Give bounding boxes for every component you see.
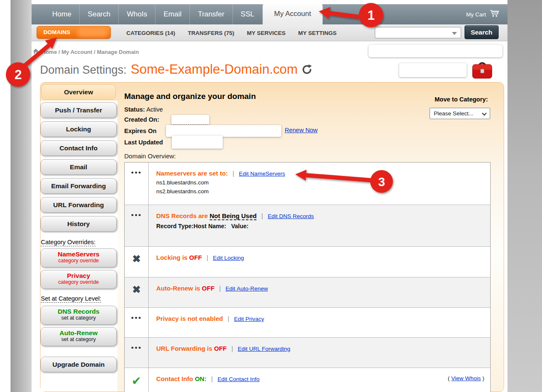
combo-dropdown-arrow-icon[interactable]	[452, 32, 457, 35]
nameservers-override-subtitle: category override	[41, 258, 116, 264]
domain-name: Some-Example-Domain.com	[131, 62, 298, 77]
dots-icon: ●●●	[125, 338, 149, 368]
search-button[interactable]: Search	[465, 25, 499, 39]
edit-privacy-link[interactable]: Edit Privacy	[234, 316, 264, 322]
dns-category-title: DNS Records	[58, 308, 99, 315]
my-cart[interactable]: My Cart	[466, 4, 507, 24]
edit-dns-records-link[interactable]: Edit DNS Records	[268, 213, 314, 219]
tab-my-settings[interactable]: MY SETTINGS	[298, 30, 336, 36]
edit-autorenew-link[interactable]: Edit Auto-Renew	[226, 285, 268, 292]
category-overrides-label: Category Overrides:	[41, 239, 96, 246]
row-privacy: ●●● Privacy is not enabled | Edit Privac…	[125, 308, 490, 338]
top-navigation: Home Search WhoIs Email Transfer SSL My …	[32, 4, 507, 24]
status-line: Status: Active	[124, 106, 163, 113]
tab-transfer[interactable]: Transfer	[190, 4, 233, 24]
page-title: Domain Settings: Some-Example-Domain.com	[40, 62, 312, 77]
dns-category-subtitle: set at category	[41, 315, 116, 321]
separator: |	[211, 375, 213, 382]
sidebar-tab-history[interactable]: History	[40, 216, 117, 232]
dots-icon: ●●●	[125, 308, 149, 337]
updated-label: Last Updated	[124, 139, 163, 146]
tab-whois[interactable]: WhoIs	[119, 4, 155, 24]
expires-label: Expires On	[124, 128, 157, 134]
redacted-count-blur	[77, 27, 108, 37]
dns-title: DNS Records are	[156, 212, 208, 219]
redacted-box	[172, 136, 223, 149]
secondary-navigation: DOMAINS CATEGORIES (14) TRANSFERS (75) M…	[32, 24, 507, 41]
tab-categories[interactable]: CATEGORIES (14)	[126, 30, 175, 36]
row-autorenew: ✖ Auto-Renew is OFF | Edit Auto-Renew	[125, 277, 490, 308]
autorenew-state: OFF	[202, 285, 214, 292]
upgrade-domain-button[interactable]: Upgrade Domain	[40, 357, 117, 372]
tab-my-services[interactable]: MY SERVICES	[247, 30, 286, 36]
breadcrumb[interactable]: Home / My Account / Manage Domain	[33, 48, 139, 55]
page-title-prefix: Domain Settings:	[40, 64, 127, 77]
search-input[interactable]	[375, 27, 461, 38]
sidebar-tab-locking[interactable]: Locking	[40, 121, 117, 137]
separator: |	[262, 212, 263, 219]
nameservers-title: Nameservers are set to:	[156, 170, 228, 177]
separator: |	[228, 315, 230, 322]
cart-icon	[490, 10, 500, 19]
edit-locking-link[interactable]: Edit Locking	[213, 255, 244, 261]
view-whois-link[interactable]: View Whois	[451, 375, 481, 381]
tab-my-account[interactable]: My Account	[263, 3, 323, 24]
sidebar-nameservers-override[interactable]: NameServers category override	[40, 248, 117, 267]
sidebar-privacy-override[interactable]: Privacy category override	[40, 270, 117, 289]
x-icon: ✖	[125, 277, 149, 307]
expires-line: Expires On	[124, 128, 157, 134]
sidebar-tab-push-transfer[interactable]: Push / Transfer	[40, 102, 117, 118]
search-combobox[interactable]	[375, 27, 461, 38]
autorenew-category-title: Auto-Renew	[59, 329, 97, 336]
redacted-box	[368, 45, 502, 57]
refresh-icon[interactable]	[302, 64, 312, 77]
separator: |	[219, 285, 221, 292]
edit-url-forwarding-link[interactable]: Edit URL Forwarding	[238, 346, 291, 352]
domain-overview-label: Domain Overview:	[124, 152, 176, 160]
page: Home Search WhoIs Email Transfer SSL My …	[0, 0, 542, 392]
privacy-title: Privacy is not enabled	[156, 315, 223, 322]
row-locking: ✖ Locking is OFF | Edit Locking	[125, 247, 490, 277]
tab-email[interactable]: Email	[155, 4, 190, 24]
dots-icon: ●●●	[125, 163, 149, 205]
sidebar-dns-records-category[interactable]: DNS Records set at category	[40, 306, 117, 325]
autorenew-category-subtitle: set at category	[41, 337, 116, 343]
dns-record-columns: Record Type:Host Name: Value:	[156, 223, 483, 229]
dots-icon: ●●●	[125, 205, 149, 246]
chevron-down-icon	[482, 111, 486, 115]
category-select-value: Please Select...	[434, 110, 473, 117]
tab-search[interactable]: Search	[80, 4, 119, 24]
view-whois: ( View Whois )	[448, 375, 484, 381]
sidebar-tab-overview[interactable]: Overview	[41, 84, 116, 100]
locking-state: OFF	[189, 254, 202, 261]
row-url-forwarding: ●●● URL Forwarding is OFF | Edit URL For…	[125, 338, 490, 368]
breadcrumb-text: Home / My Account / Manage Domain	[42, 49, 139, 55]
tab-domains[interactable]: DOMAINS	[37, 26, 111, 39]
nameserver-1: ns1.bluestardns.com	[156, 179, 483, 186]
tab-home[interactable]: Home	[44, 4, 80, 24]
my-cart-label: My Cart	[466, 11, 486, 18]
renew-now-link[interactable]: Renew Now	[285, 127, 318, 133]
sidebar-autorenew-category[interactable]: Auto-Renew set at category	[40, 327, 117, 346]
contact-title: Contact Info	[156, 375, 193, 382]
paren-open: (	[448, 375, 450, 381]
renew-now-link-text[interactable]: Renew Now	[285, 127, 318, 133]
privacy-override-subtitle: category override	[41, 280, 116, 285]
edit-nameservers-link[interactable]: Edit NameServers	[239, 171, 285, 177]
set-at-category-label: Set at Category Level:	[41, 295, 101, 303]
domain-overview-table: ●●● Nameservers are set to: | Edit NameS…	[124, 162, 491, 392]
autorenew-title: Auto-Renew is	[156, 285, 200, 292]
toolbox-icon[interactable]	[471, 60, 494, 82]
edit-contact-info-link[interactable]: Edit Contact Info	[217, 376, 259, 382]
sidebar-tab-url-forwarding[interactable]: URL Forwarding	[40, 197, 117, 213]
sidebar-tab-email[interactable]: Email	[40, 159, 117, 175]
url-forwarding-state: OFF	[214, 345, 227, 352]
section-heading: Manage and organize your domain	[124, 92, 256, 101]
sidebar-tab-contact-info[interactable]: Contact Info	[40, 140, 117, 156]
tab-transfers[interactable]: TRANSFERS (75)	[188, 30, 234, 36]
category-select[interactable]: Please Select...	[430, 108, 490, 119]
tab-ssl[interactable]: SSL	[233, 4, 263, 24]
sidebar-tab-email-forwarding[interactable]: Email Forwarding	[40, 178, 117, 194]
check-icon: ✔	[125, 368, 149, 392]
domains-label: DOMAINS	[43, 29, 70, 35]
